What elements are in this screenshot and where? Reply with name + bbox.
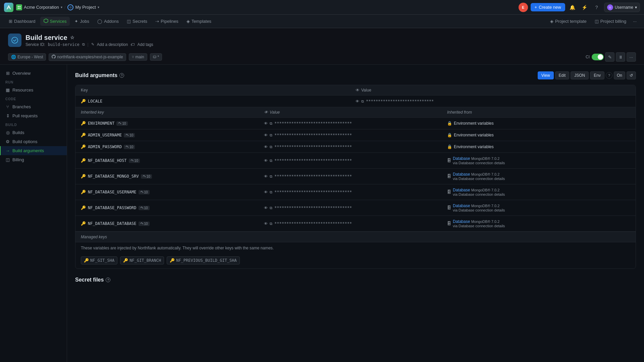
build-options-icon: ⚙ <box>5 139 10 144</box>
user-status-avatar: E <box>519 3 528 12</box>
priority-badge: 10 <box>116 121 127 126</box>
main-layout: ⊞ Overview RUN ▦ Resources CODE ⑂ Branch… <box>0 65 644 362</box>
key-icon-admin-user: 🔑 <box>81 133 86 137</box>
sidebar-item-builds[interactable]: ◎ Builds <box>0 128 67 137</box>
region-tag[interactable]: 🌐 Europe - West <box>8 53 46 61</box>
key-cell-db-host: 🔑 NF_DATABASE_HOST 10 <box>81 158 264 163</box>
navbar: ⊞ Dashboard Services ✦ Jobs ◯ Addons ◫ S… <box>0 15 644 28</box>
page-header: Build service ☆ Service ID: build-servic… <box>0 28 644 50</box>
sidebar-item-pull-requests[interactable]: ⇕ Pull requests <box>0 111 67 120</box>
service-toolbar: 🌐 Europe - West northflank-examples/next… <box>0 50 644 65</box>
code-section-label: CODE <box>0 95 67 102</box>
build-args-icon: → <box>5 148 10 153</box>
val-copy-icon9[interactable]: ⧉ <box>270 222 272 226</box>
notifications-button[interactable]: 🔔 <box>568 3 577 12</box>
key-icon-mongo-srv: 🔑 <box>81 174 86 179</box>
help-button[interactable]: ? <box>592 3 601 12</box>
pause-service-button[interactable]: ⏸ <box>616 52 625 62</box>
commits-tag[interactable]: ⛁ * <box>150 53 162 61</box>
page-title-area: Build service ☆ Service ID: build-servic… <box>25 34 153 47</box>
github-icon <box>52 55 56 60</box>
secret-files-info-icon[interactable]: ? <box>106 278 110 282</box>
table-row: 🔑 NF_DATABASE_PASSWORD 10 👁 ⧉ **********… <box>75 200 636 216</box>
section-info-icon[interactable]: ? <box>119 73 124 78</box>
sidebar-item-billing[interactable]: ◫ Billing <box>0 155 67 164</box>
managed-tags-list: 🔑 NF_GIT_SHA 🔑 NF_GIT_BRANCH 🔑 NF_PREVIO… <box>75 254 636 268</box>
more-options-button[interactable]: ··· <box>627 52 636 62</box>
toggle-btn[interactable]: On <box>614 71 625 79</box>
val-copy-icon7[interactable]: ⧉ <box>270 190 272 194</box>
priority-badge: 10 <box>139 222 150 226</box>
sidebar-item-overview[interactable]: ⊞ Overview <box>0 69 67 78</box>
edit-subtitle-icon: | <box>88 42 89 47</box>
edit-btn[interactable]: Edit <box>555 71 570 79</box>
project-switcher[interactable]: ◎ My Project ▾ <box>67 4 99 10</box>
val-copy-icon6[interactable]: ⧉ <box>270 174 272 179</box>
ci-toggle-switch[interactable] <box>592 54 604 60</box>
val-eye-icon7: 👁 <box>264 190 268 194</box>
nav-item-jobs[interactable]: ✦ Jobs <box>71 17 92 25</box>
val-copy-icon8[interactable]: ⧉ <box>270 206 272 210</box>
edit-service-button[interactable]: ✎ <box>605 52 614 62</box>
inherited-header-row: Inherited key 👁 Value Inherited from <box>75 107 636 118</box>
ci-toggle[interactable]: CI <box>586 54 604 60</box>
repo-tag[interactable]: northflank-examples/next-js-example <box>49 53 126 61</box>
val-copy-icon5[interactable]: ⧉ <box>270 159 272 163</box>
key-icon-db-database: 🔑 <box>81 221 86 226</box>
table-row: 🔑 ENVIRONMENT 10 👁 ⧉ *******************… <box>75 118 636 129</box>
val-copy-icon2[interactable]: ⧉ <box>270 121 272 126</box>
nav-item-services[interactable]: Services <box>40 17 70 26</box>
sidebar-item-build-arguments[interactable]: → Build arguments <box>0 146 67 155</box>
builds-icon: ◎ <box>5 130 10 135</box>
create-new-plus-icon: + <box>535 5 537 10</box>
nav-item-addons[interactable]: ◯ Addons <box>94 17 122 25</box>
inherited-value-col-header: 👁 Value <box>264 110 447 115</box>
table-row: 🔑 NF_DATABASE_MONGO_SRV 10 👁 ⧉ *********… <box>75 169 636 184</box>
org-switcher[interactable]: Acme Corporation ▾ <box>16 4 62 10</box>
priority-badge: 10 <box>139 190 150 194</box>
toolbar-left: 🌐 Europe - West northflank-examples/next… <box>8 53 162 61</box>
username-chevron-icon: ▾ <box>635 5 637 10</box>
val-copy-icon4[interactable]: ⧉ <box>270 145 272 149</box>
reset-btn[interactable]: ↺ <box>627 71 636 79</box>
value-eye-icon: 👁 <box>356 88 360 93</box>
db-icon4: 🗄 <box>447 205 451 210</box>
nav-item-dashboard[interactable]: ⊞ Dashboard <box>5 17 39 25</box>
section-header: Build arguments ? View Edit JSON Env ? O… <box>75 71 636 79</box>
branch-tag[interactable]: ⑂ main <box>129 53 147 61</box>
nav-item-pipelines[interactable]: ⇢ Pipelines <box>152 17 182 25</box>
val-copy-icon3[interactable]: ⧉ <box>270 133 272 137</box>
pipelines-icon: ⇢ <box>155 19 159 24</box>
view-btn[interactable]: View <box>538 71 554 79</box>
dashboard-icon: ⊞ <box>9 19 12 24</box>
sidebar-item-build-options[interactable]: ⚙ Build options <box>0 137 67 146</box>
build-section-label: BUILD <box>0 120 67 128</box>
user-menu-button[interactable]: U Username ▾ <box>604 3 640 12</box>
share-button[interactable]: ⚡ <box>580 3 589 12</box>
project-template-link[interactable]: ◈ Project template <box>547 17 590 25</box>
managed-key-icon-2: 🔑 <box>123 258 128 263</box>
managed-description: These variables are injected by Northfla… <box>75 242 636 254</box>
commits-icon: ⛁ <box>153 55 156 59</box>
service-icon <box>8 34 21 47</box>
overview-icon: ⊞ <box>5 71 10 76</box>
edit-description-icon[interactable]: ✎ <box>91 42 94 47</box>
sidebar-item-resources[interactable]: ▦ Resources <box>0 85 67 95</box>
favorite-icon[interactable]: ☆ <box>70 35 74 40</box>
nav-more-button[interactable]: ··· <box>631 17 639 25</box>
nav-item-templates[interactable]: ◈ Templates <box>183 17 215 25</box>
project-billing-link[interactable]: ◫ Project billing <box>591 17 630 25</box>
sidebar-item-branches[interactable]: ⑂ Branches <box>0 102 67 111</box>
key-cell-locale: 🔑 LOCALE <box>81 99 356 104</box>
env-btn[interactable]: Env <box>590 71 604 79</box>
svg-rect-3 <box>19 8 20 9</box>
copy-service-id-icon[interactable]: ⧉ <box>82 42 85 47</box>
db-icon1: 🗄 <box>447 158 451 163</box>
table-row: 🔑 NF_DATABASE_HOST 10 👁 ⧉ **************… <box>75 153 636 169</box>
priority-badge: 10 <box>124 133 135 137</box>
val-copy-icon[interactable]: ⧉ <box>361 99 364 104</box>
create-new-button[interactable]: + Create new <box>531 3 565 11</box>
help-icon[interactable]: ? <box>606 72 612 79</box>
nav-item-secrets[interactable]: ◫ Secrets <box>123 17 151 25</box>
json-btn[interactable]: JSON <box>571 71 589 79</box>
